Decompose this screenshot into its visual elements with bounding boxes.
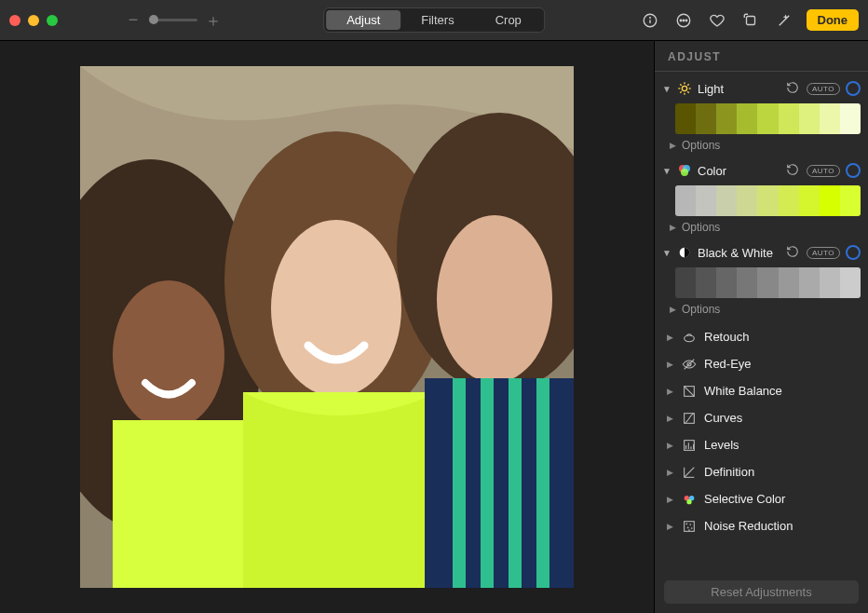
tab-crop[interactable]: Crop	[475, 10, 542, 30]
zoom-slider[interactable]	[149, 19, 197, 21]
edit-mode-tabs: Adjust Filters Crop	[323, 7, 545, 33]
minimize-window-button[interactable]	[28, 15, 39, 26]
zoom-in-button[interactable]: ＋	[203, 10, 224, 31]
svg-point-14	[271, 220, 401, 397]
adjust-row-retouch[interactable]: ▶Retouch	[662, 323, 861, 350]
favorite-icon[interactable]	[702, 7, 732, 34]
svg-point-23	[682, 86, 686, 90]
more-icon[interactable]	[669, 7, 698, 34]
chevron-right-icon: ▶	[665, 360, 674, 369]
adjust-row-label: Levels	[704, 438, 739, 452]
options-label: Options	[682, 139, 720, 152]
svg-point-6	[685, 20, 687, 21]
adjust-group-color: ▼ Color AUTO ▶ Options	[662, 159, 861, 236]
adjust-row-label: Noise Reduction	[704, 519, 793, 533]
color-options[interactable]: ▶ Options	[670, 219, 861, 236]
adjust-row-curves[interactable]: ▶Curves	[662, 404, 861, 431]
svg-line-28	[680, 84, 681, 85]
auto-button[interactable]: AUTO	[807, 247, 840, 259]
svg-line-31	[687, 84, 688, 85]
info-icon[interactable]	[635, 7, 665, 34]
adjust-row-wb[interactable]: ▶White Balance	[662, 377, 861, 404]
selcolor-icon	[682, 492, 697, 507]
adjust-row-levels[interactable]: ▶Levels	[662, 431, 861, 458]
light-slider[interactable]	[675, 103, 861, 134]
adjust-row-label: Selective Color	[704, 492, 785, 506]
options-label: Options	[682, 221, 720, 234]
adjust-row-noise[interactable]: ▶Noise Reduction	[662, 512, 861, 539]
svg-point-51	[690, 524, 691, 524]
definition-icon	[682, 465, 697, 480]
close-window-button[interactable]	[9, 15, 20, 26]
svg-line-30	[680, 91, 681, 92]
bw-options[interactable]: ▶ Options	[670, 301, 861, 318]
chevron-right-icon: ▶	[665, 468, 674, 477]
fullscreen-window-button[interactable]	[47, 15, 58, 26]
svg-line-29	[687, 91, 688, 92]
canvas-area	[0, 41, 654, 613]
adjust-row-redeye[interactable]: ▶Red-Eye	[662, 350, 861, 377]
auto-button[interactable]: AUTO	[807, 83, 840, 95]
enable-ring[interactable]	[846, 163, 861, 178]
edited-photo	[80, 66, 574, 588]
color-icon	[677, 163, 692, 178]
adjust-sidebar: ADJUST ▼ Light AUTO ▶	[654, 41, 868, 613]
svg-point-17	[437, 215, 552, 383]
bw-slider[interactable]	[675, 267, 861, 298]
adjust-row-definition[interactable]: ▶Definition	[662, 458, 861, 485]
curves-icon	[682, 411, 697, 426]
svg-rect-21	[509, 378, 522, 588]
revert-icon[interactable]	[786, 81, 801, 96]
auto-button[interactable]: AUTO	[807, 165, 840, 177]
chevron-right-icon: ▶	[670, 305, 676, 314]
chevron-down-icon: ▼	[662, 166, 671, 176]
wb-icon	[682, 384, 697, 399]
adjust-row-label: Retouch	[704, 330, 749, 344]
adjust-group-light: ▼ Light AUTO ▶ Options	[662, 77, 861, 154]
window-controls	[9, 15, 58, 26]
rotate-icon[interactable]	[736, 7, 766, 34]
bw-header[interactable]: ▼ Black & White AUTO	[662, 241, 861, 264]
adjust-row-label: Curves	[704, 411, 742, 425]
toolbar-right: Done	[635, 7, 860, 34]
chevron-right-icon: ▶	[665, 387, 674, 396]
svg-point-11	[113, 280, 224, 429]
light-options[interactable]: ▶ Options	[670, 137, 861, 154]
adjust-row-label: White Balance	[704, 384, 782, 398]
svg-point-52	[687, 527, 688, 528]
adjust-row-label: Definition	[704, 465, 754, 479]
tab-adjust[interactable]: Adjust	[326, 10, 400, 30]
chevron-right-icon: ▶	[665, 441, 674, 450]
done-button[interactable]: Done	[807, 9, 860, 31]
enable-ring[interactable]	[846, 245, 861, 260]
noise-icon	[682, 519, 697, 534]
tab-filters[interactable]: Filters	[400, 10, 474, 30]
options-label: Options	[682, 303, 720, 316]
zoom-out-button[interactable]: −	[123, 10, 143, 31]
bw-icon	[677, 245, 692, 260]
adjust-row-selcolor[interactable]: ▶Selective Color	[662, 485, 861, 512]
svg-point-4	[680, 20, 682, 21]
revert-icon[interactable]	[786, 245, 801, 260]
svg-point-50	[686, 524, 687, 524]
chevron-right-icon: ▶	[665, 414, 674, 423]
svg-point-34	[681, 169, 688, 176]
zoom-slider-thumb[interactable]	[149, 15, 158, 24]
svg-point-53	[691, 527, 692, 528]
svg-rect-22	[536, 378, 549, 588]
revert-icon[interactable]	[786, 163, 801, 178]
color-slider[interactable]	[675, 185, 861, 216]
light-header[interactable]: ▼ Light AUTO	[662, 77, 861, 100]
retouch-icon	[682, 330, 697, 345]
light-icon	[677, 81, 692, 96]
enable-ring[interactable]	[846, 81, 861, 96]
reset-adjustments-button[interactable]: Reset Adjustments	[664, 580, 859, 604]
svg-rect-20	[481, 378, 494, 588]
svg-point-48	[686, 499, 691, 504]
light-title: Light	[698, 82, 780, 96]
svg-point-5	[683, 20, 685, 21]
chevron-right-icon: ▶	[665, 495, 674, 504]
auto-enhance-icon[interactable]	[769, 7, 799, 34]
zoom-control: − ＋	[123, 10, 224, 31]
color-header[interactable]: ▼ Color AUTO	[662, 159, 861, 182]
